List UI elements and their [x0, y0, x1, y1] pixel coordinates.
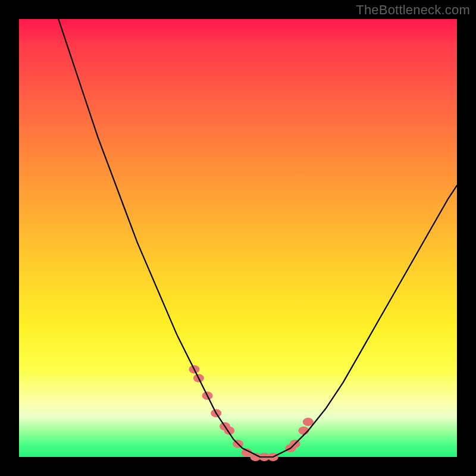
- curve-svg: [19, 19, 457, 457]
- plot-area: [19, 19, 457, 457]
- watermark-text: TheBottleneck.com: [356, 2, 470, 18]
- bottleneck-curve: [58, 19, 457, 457]
- highlight-dot: [303, 418, 314, 426]
- chart-frame: TheBottleneck.com: [0, 0, 476, 476]
- highlight-dots-group: [189, 365, 313, 461]
